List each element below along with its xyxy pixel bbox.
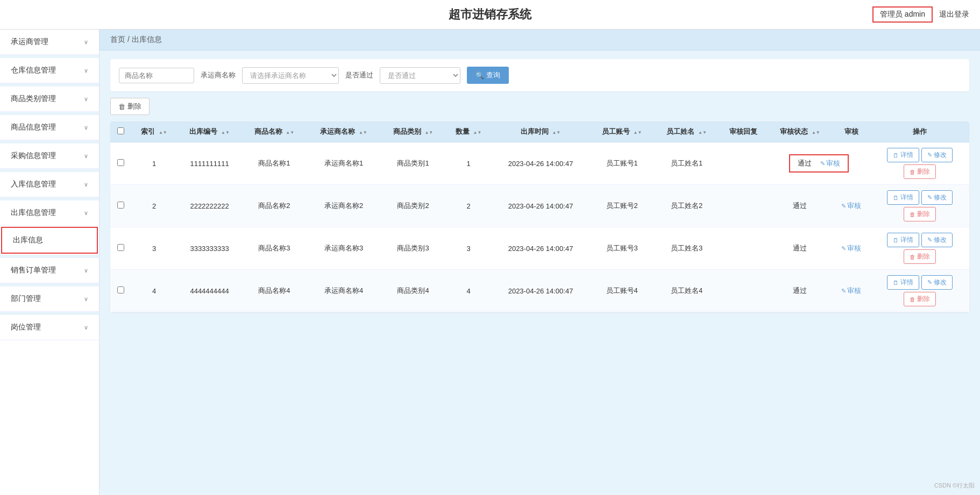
col-category: 商品类别 ▲▼ [381, 121, 445, 142]
edit-button[interactable]: ✎ 修改 [921, 275, 953, 290]
detail-button[interactable]: 🗒 详情 [887, 275, 919, 290]
table-row: 33333333333商品名称3承运商名称3商品类别332023-04-26 1… [110, 227, 969, 270]
edit-button[interactable]: ✎ 修改 [921, 190, 953, 205]
cell-carrier-name: 承运商名称2 [307, 185, 381, 227]
cell-quantity: 4 [445, 270, 492, 312]
row-checkbox[interactable] [117, 244, 124, 251]
cell-audit: ✎审核 [833, 270, 871, 312]
cell-product-name: 商品名称4 [242, 270, 307, 312]
logout-button[interactable]: 退出登录 [939, 10, 969, 19]
row-delete-button[interactable]: 🗑 删除 [904, 292, 936, 306]
col-carrier-name: 承运商名称 ▲▼ [307, 121, 381, 142]
cell-employee-name: 员工姓名4 [654, 270, 719, 312]
trash-icon: 🗑 [910, 296, 915, 303]
cell-outbound-code: 3333333333 [177, 227, 242, 270]
carrier-name-select[interactable]: 请选择承运商名称 [242, 67, 339, 84]
chevron-down-icon: ∨ [84, 267, 88, 274]
data-table-container: 索引 ▲▼ 出库编号 ▲▼ 商品名称 ▲▼ 承运商名称 ▲▼ 商品类别 ▲▼ 数… [110, 121, 969, 312]
edit-icon: ✎ [927, 152, 932, 159]
sidebar-item-carrier-mgmt[interactable]: 承运商管理 ∨ [0, 30, 99, 55]
audit-link[interactable]: ✎审核 [841, 202, 861, 210]
approval-select[interactable]: 是否通过 [380, 67, 460, 84]
cell-carrier-name: 承运商名称4 [307, 270, 381, 312]
cell-audit-status: 通过 [768, 185, 832, 227]
status-badge: 通过 [798, 159, 812, 168]
sidebar-label: 入库信息管理 [11, 180, 56, 189]
sidebar-item-product-mgmt[interactable]: 商品信息管理 ∨ [0, 115, 99, 140]
batch-delete-button[interactable]: 🗑 删除 [110, 98, 150, 115]
audit-link[interactable]: ✎审核 [841, 286, 861, 295]
sidebar: 承运商管理 ∨ 仓库信息管理 ∨ 商品类别管理 ∨ 商品信息管理 ∨ 采购信息管… [0, 30, 100, 495]
breadcrumb-home[interactable]: 首页 [110, 35, 125, 44]
data-table: 索引 ▲▼ 出库编号 ▲▼ 商品名称 ▲▼ 承运商名称 ▲▼ 商品类别 ▲▼ 数… [110, 121, 969, 312]
cell-audit: ✎审核 [833, 185, 871, 227]
cell-category: 商品类别4 [381, 270, 445, 312]
select-all-checkbox[interactable] [117, 127, 124, 134]
sidebar-item-sales-order-mgmt[interactable]: 销售订单管理 ∨ [0, 258, 99, 283]
sidebar-item-outbound-mgmt[interactable]: 出库信息管理 ∨ [0, 200, 99, 226]
audit-link[interactable]: ✎审核 [841, 244, 861, 252]
sidebar-item-inbound-mgmt[interactable]: 入库信息管理 ∨ [0, 172, 99, 197]
op-buttons: 🗒 详情 ✎ 修改 🗑 删除 [875, 275, 965, 306]
query-button[interactable]: 🔍 查询 [467, 67, 509, 84]
row-delete-button[interactable]: 🗑 删除 [904, 249, 936, 264]
sidebar-item-warehouse-mgmt[interactable]: 仓库信息管理 ∨ [0, 58, 99, 83]
op-row-bottom: 🗑 删除 [904, 207, 936, 221]
cell-outbound-code: 2222222222 [177, 185, 242, 227]
cell-category: 商品类别3 [381, 227, 445, 270]
row-checkbox[interactable] [117, 286, 124, 293]
detail-button[interactable]: 🗒 详情 [887, 233, 919, 247]
sort-icon: ▲▼ [359, 131, 367, 135]
cell-outbound-time: 2023-04-26 14:00:47 [492, 185, 590, 227]
detail-icon: 🗒 [893, 195, 899, 201]
sidebar-item-position-mgmt[interactable]: 岗位管理 ∨ [0, 315, 99, 340]
cell-outbound-code: 4444444444 [177, 270, 242, 312]
sidebar-item-dept-mgmt[interactable]: 部门管理 ∨ [0, 286, 99, 312]
table-body: 11111111111商品名称1承运商名称1商品类别112023-04-26 1… [110, 142, 969, 312]
approval-label: 是否通过 [345, 70, 373, 80]
sort-icon: ▲▼ [424, 131, 433, 135]
detail-button[interactable]: 🗒 详情 [887, 190, 919, 205]
edit-button[interactable]: ✎ 修改 [921, 233, 953, 247]
cell-outbound-time: 2023-04-26 14:00:47 [492, 142, 590, 185]
sidebar-item-outbound-info[interactable]: 出库信息 [1, 227, 98, 254]
op-row-bottom: 🗑 删除 [904, 164, 936, 179]
audit-link[interactable]: ✎审核 [820, 159, 840, 168]
trash-icon: 🗑 [910, 169, 915, 175]
chevron-down-icon: ∨ [84, 324, 88, 331]
sort-icon: ▲▼ [634, 131, 642, 135]
edit-button[interactable]: ✎ 修改 [921, 148, 953, 162]
op-row-top: 🗒 详情 ✎ 修改 [887, 233, 953, 247]
op-row-bottom: 🗑 删除 [904, 292, 936, 306]
cell-product-name: 商品名称1 [242, 142, 307, 185]
table-row: 22222222222商品名称2承运商名称2商品类别222023-04-26 1… [110, 185, 969, 227]
trash-icon: 🗑 [118, 103, 125, 111]
row-delete-button[interactable]: 🗑 删除 [904, 207, 936, 221]
cell-employee-name: 员工姓名3 [654, 227, 719, 270]
trash-icon: 🗑 [910, 254, 915, 260]
sort-icon: ▲▼ [473, 131, 482, 135]
op-row-top: 🗒 详情 ✎ 修改 [887, 148, 953, 162]
cell-audit-feedback [719, 270, 768, 312]
row-checkbox[interactable] [117, 159, 124, 166]
detail-button[interactable]: 🗒 详情 [887, 148, 919, 162]
header: 超市进销存系统 管理员 admin 退出登录 [0, 0, 980, 30]
chevron-down-icon: ∨ [84, 210, 88, 217]
cell-audit: ✎审核 [833, 227, 871, 270]
sidebar-label: 出库信息管理 [11, 208, 56, 218]
col-outbound-time: 出库时间 ▲▼ [492, 121, 590, 142]
query-btn-label: 查询 [486, 70, 500, 80]
op-buttons: 🗒 详情 ✎ 修改 🗑 删除 [875, 233, 965, 264]
op-row-bottom: 🗑 删除 [904, 249, 936, 264]
row-delete-button[interactable]: 🗑 删除 [904, 164, 936, 179]
carrier-name-label: 承运商名称 [201, 70, 236, 80]
cell-audit-status: 通过✎审核 [768, 142, 870, 185]
product-name-input[interactable] [119, 68, 194, 83]
sidebar-item-purchase-mgmt[interactable]: 采购信息管理 ∨ [0, 144, 99, 169]
sidebar-item-category-mgmt[interactable]: 商品类别管理 ∨ [0, 87, 99, 112]
cell-carrier-name: 承运商名称1 [307, 142, 381, 185]
cell-quantity: 3 [445, 227, 492, 270]
search-icon: 🔍 [475, 71, 484, 80]
breadcrumb: 首页 / 出库信息 [100, 30, 980, 51]
row-checkbox[interactable] [117, 202, 124, 209]
